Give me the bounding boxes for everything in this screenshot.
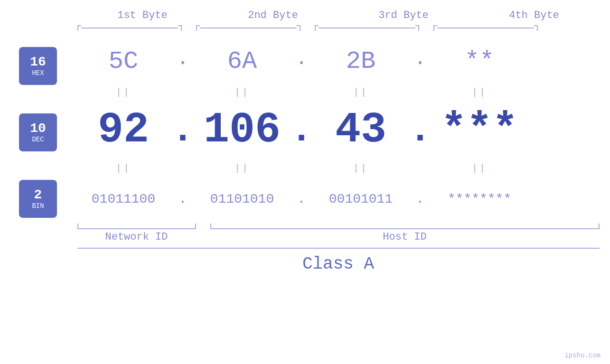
bin-cell-3: 00101011 — [309, 192, 413, 206]
dec-val-3: 43 — [335, 106, 386, 154]
top-brackets — [77, 23, 600, 33]
eq-1: || — [71, 87, 176, 98]
bracket-byte4 — [433, 23, 538, 33]
dec-val-1: 92 — [98, 106, 149, 154]
badges-column: 16 HEX 10 DEC 2 BIN — [0, 37, 66, 223]
hex-badge: 16 HEX — [19, 47, 57, 85]
class-section: Class A — [77, 248, 600, 274]
bracket-byte3 — [315, 23, 419, 33]
byte4-header: 4th Byte — [482, 9, 586, 21]
byte-headers: 1st Byte 2nd Byte 3rd Byte 4th Byte — [77, 9, 600, 21]
bracket-middle — [200, 28, 297, 28]
hex-badge-label: HEX — [32, 69, 44, 77]
dec-val-2: 106 — [204, 106, 281, 154]
bin-badge-num: 2 — [34, 188, 42, 203]
byte3-header: 3rd Byte — [351, 9, 456, 21]
label-row: Network ID Host ID — [77, 231, 600, 243]
bracket-corner — [178, 25, 182, 31]
eq-3: || — [309, 87, 413, 98]
bracket-middle — [437, 28, 534, 28]
network-id-label: Network ID — [77, 231, 196, 243]
hex-dot-1: . — [176, 48, 190, 75]
bracket-middle — [81, 28, 178, 28]
hex-val-4: ** — [465, 47, 494, 75]
dec-val-4: *** — [441, 106, 518, 154]
bin-val-2: 01101010 — [210, 192, 274, 206]
bracket-corner — [196, 25, 200, 31]
class-label: Class A — [77, 254, 600, 274]
equals-row-1: || || || || — [66, 85, 610, 99]
eq2-3: || — [309, 163, 413, 174]
bin-cell-4: ******** — [427, 192, 532, 206]
bin-dot-2: . — [294, 192, 309, 206]
hex-cell-2: 6A — [190, 47, 294, 75]
main-container: 1st Byte 2nd Byte 3rd Byte 4th Byte — [0, 0, 610, 364]
hex-dot-3: . — [413, 48, 427, 75]
eq2-1: || — [71, 163, 176, 174]
hex-val-1: 5C — [109, 47, 138, 75]
watermark: ipshu.com — [564, 352, 601, 359]
bin-row: 01011100 . 01101010 . 00101011 . *******… — [66, 175, 610, 223]
host-id-label: Host ID — [210, 231, 600, 243]
bracket-byte1 — [77, 23, 182, 33]
dec-cell-2: 106 — [190, 106, 294, 154]
host-bracket — [210, 223, 600, 229]
hex-val-3: 2B — [346, 47, 375, 75]
dec-badge: 10 DEC — [19, 113, 57, 151]
eq-2: || — [190, 87, 294, 98]
bracket-corner — [433, 25, 437, 31]
dec-badge-label: DEC — [32, 136, 44, 143]
bin-cell-2: 01101010 — [190, 192, 294, 206]
bracket-corner — [315, 25, 319, 31]
eq-4: || — [427, 87, 532, 98]
bracket-middle — [319, 28, 415, 28]
hex-row: 5C . 6A . 2B . ** — [66, 37, 610, 85]
bin-badge-label: BIN — [32, 202, 44, 210]
bracket-corner-bl — [77, 224, 81, 229]
bracket-corner-br — [596, 224, 600, 229]
dec-cell-4: *** — [427, 106, 532, 154]
dec-row: 92 . 106 . 43 . *** — [66, 99, 610, 161]
bracket-corner — [297, 25, 300, 31]
bottom-section: Network ID Host ID Class A — [77, 223, 600, 274]
bracket-line — [81, 228, 192, 229]
dec-dot-2: . — [294, 109, 309, 152]
bracket-corner-bl — [210, 224, 214, 229]
bin-val-1: 01011100 — [92, 192, 155, 206]
bracket-corner — [415, 25, 419, 31]
bracket-corner — [77, 25, 81, 31]
rows-area: 5C . 6A . 2B . ** || || — [66, 37, 610, 223]
hex-val-2: 6A — [227, 47, 257, 75]
dec-badge-num: 10 — [30, 121, 46, 136]
net-bracket — [77, 223, 196, 229]
hex-cell-3: 2B — [309, 47, 413, 75]
class-bracket-line — [77, 248, 600, 249]
eq2-4: || — [427, 163, 532, 174]
equals-row-2: || || || || — [66, 161, 610, 175]
byte1-header: 1st Byte — [90, 9, 195, 21]
hex-cell-4: ** — [427, 47, 532, 75]
bin-val-4: ******** — [448, 192, 511, 206]
dec-dot-3: . — [413, 109, 427, 152]
hex-dot-2: . — [294, 48, 309, 75]
hex-cell-1: 5C — [71, 47, 176, 75]
content-area: 16 HEX 10 DEC 2 BIN 5C . 6A — [0, 37, 610, 223]
bin-badge: 2 BIN — [19, 180, 57, 218]
bracket-corner-br — [192, 224, 196, 229]
bin-val-3: 00101011 — [329, 192, 393, 206]
dec-dot-1: . — [176, 109, 190, 152]
hex-badge-num: 16 — [30, 55, 46, 70]
bracket-byte2 — [196, 23, 300, 33]
bin-dot-3: . — [413, 192, 427, 206]
bracket-line — [214, 228, 596, 229]
bin-cell-1: 01011100 — [71, 192, 176, 206]
dec-cell-1: 92 — [71, 106, 176, 154]
bracket-corner — [534, 25, 538, 31]
eq2-2: || — [190, 163, 294, 174]
bottom-brackets-container — [77, 223, 600, 229]
dec-cell-3: 43 — [309, 106, 413, 154]
bin-dot-1: . — [176, 192, 190, 206]
byte2-header: 2nd Byte — [221, 9, 325, 21]
